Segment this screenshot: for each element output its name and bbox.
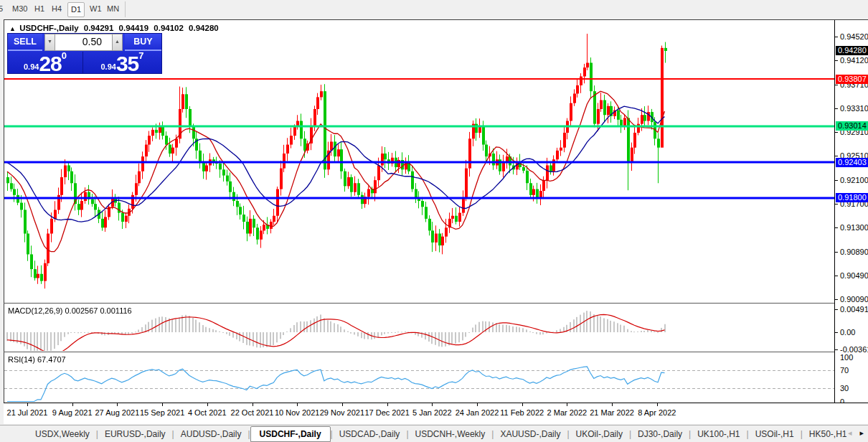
price-axis[interactable]: 0.945200.941200.937100.933100.929100.925… <box>834 20 868 403</box>
date-tick-label: 21 Mar 2022 <box>590 408 634 417</box>
date-tick-label: 27 Aug 2021 <box>95 408 139 417</box>
price-tick-label: 0.90090 <box>840 295 868 304</box>
macd-rsi-splitter[interactable] <box>4 352 868 352</box>
buy-price-prefix: 0.94 <box>100 62 115 71</box>
date-tick-mark <box>477 403 478 406</box>
date-tick-mark <box>612 403 613 406</box>
sell-price-sup: 0 <box>62 50 67 61</box>
chart-tab-eurusd-daily[interactable]: EURUSD-,Daily <box>98 427 172 441</box>
date-tick-mark <box>522 403 523 406</box>
axis-tick-mark <box>835 108 838 109</box>
chart-tab-usdcnh-weekly[interactable]: USDCNH-,Weekly <box>409 427 492 441</box>
date-tick-mark <box>117 403 118 406</box>
buy-price-sup: 7 <box>138 50 143 61</box>
buy-button[interactable]: BUY <box>125 34 161 51</box>
chart-tab-bar: USDX,Weekly|EURUSD-,Daily|AUDUSD-,Daily|… <box>0 425 868 442</box>
axis-tick-mark <box>835 252 838 253</box>
buy-price-display[interactable]: 0.94 35 7 <box>85 52 160 74</box>
timeframe-button-D1[interactable]: D1 <box>67 2 85 17</box>
axis-tick-mark <box>835 85 838 85</box>
chart-tab-uk100-h1[interactable]: UK100-,H1 <box>691 427 746 441</box>
date-tick-label: 17 Dec 2021 <box>364 408 409 417</box>
price-level-badge: 0.93807 <box>836 75 868 84</box>
toolbar-separator <box>125 1 126 17</box>
rsi-axis-label: 70 <box>840 366 849 375</box>
axis-tick-mark <box>835 156 838 156</box>
timeframe-button-H1[interactable]: H1 <box>32 2 47 16</box>
price-tick-label: 0.91300 <box>840 223 868 232</box>
chart-tab-hk50-h1[interactable]: HK50-,H1 <box>803 427 854 441</box>
quote-open: 0.94291 <box>84 24 114 32</box>
chart-tab-usoil-h1[interactable]: USOil-,H1 <box>749 427 801 441</box>
date-tick-label: 29 Nov 2021 <box>320 408 364 417</box>
timeframe-button-5[interactable]: 5 <box>0 2 6 16</box>
macd-label: MACD(12,26,9) 0.002567 0.001116 <box>8 306 132 315</box>
price-tick-label: 0.90490 <box>840 271 868 280</box>
macd-name: MACD(12,26,9) <box>8 306 62 315</box>
timeframe-button-H4[interactable]: H4 <box>49 2 65 16</box>
timeframe-button-M30[interactable]: M30 <box>9 2 30 16</box>
axis-tick-mark <box>835 349 838 350</box>
date-tick-label: 2 Mar 2022 <box>547 408 588 417</box>
macd-axis-label: -0.003614 <box>840 345 868 354</box>
volume-increase-button[interactable]: ▲ <box>112 34 123 51</box>
date-tick-label: 21 Jul 2021 <box>7 408 48 417</box>
sell-button[interactable]: SELL <box>8 34 42 51</box>
volume-decrease-button[interactable]: ▼ <box>44 34 55 51</box>
axis-tick-mark <box>835 276 838 276</box>
tab-scroll-right-icon[interactable]: ▸ <box>859 428 864 437</box>
price-tick-label: 0.93310 <box>840 104 868 113</box>
chart-tab-ukoil-daily[interactable]: UKOil-,Daily <box>570 427 629 441</box>
timeframe-toolbar: 5M30H1H4D1W1MN <box>0 0 868 19</box>
date-tick-label: 5 Jan 2022 <box>412 408 451 417</box>
sell-price-prefix: 0.94 <box>24 62 39 71</box>
buy-price-big: 35 <box>116 55 138 73</box>
date-tick-mark <box>342 403 343 406</box>
quote-high: 0.94419 <box>119 24 149 32</box>
date-tick-mark <box>657 403 658 406</box>
one-click-trade-panel: SELL ▼ 0.50 ▲ BUY 0.94 28 0 0.94 35 7 <box>7 33 162 74</box>
macd-axis-label: 0.004913 <box>840 305 868 314</box>
quote-close: 0.94280 <box>189 24 219 32</box>
sell-price-big: 28 <box>39 55 61 73</box>
chart-tab-audusd-daily[interactable]: AUDUSD-,Daily <box>174 427 248 441</box>
price-tick-label: 0.90890 <box>840 248 868 256</box>
main-macd-splitter[interactable] <box>4 303 868 304</box>
date-tick-mark <box>297 403 298 406</box>
axis-tick-mark <box>835 309 838 310</box>
quote-header: ▲ USDCHF-,Daily 0.94291 0.94419 0.94102 … <box>9 24 222 32</box>
date-tick-label: 11 Feb 2022 <box>500 408 544 417</box>
date-tick-mark <box>162 403 163 406</box>
chart-tab-usdcad-daily[interactable]: USDCAD-,Daily <box>333 427 407 441</box>
date-axis[interactable]: 21 Jul 20219 Aug 202127 Aug 202115 Sep 2… <box>4 403 868 424</box>
sell-price-display[interactable]: 0.94 28 0 <box>8 52 83 74</box>
chart-tab-usdchf-daily[interactable]: USDCHF-,Daily <box>250 426 331 442</box>
date-tick-mark <box>27 403 28 406</box>
chart-tab-dj30-daily[interactable]: DJ30-,Daily <box>631 427 689 441</box>
rsi-canvas[interactable] <box>4 354 834 402</box>
volume-input[interactable]: 0.50 <box>55 34 112 51</box>
chart-tab-usdx-weekly[interactable]: USDX,Weekly <box>29 427 96 441</box>
tab-scroll-left-icon[interactable]: ◂ <box>848 428 852 437</box>
axis-tick-mark <box>835 132 838 133</box>
price-tick-label: 0.94520 <box>840 32 868 41</box>
rsi-name: RSI(14) 67.4707 <box>8 355 66 364</box>
date-tick-label: 9 Aug 2021 <box>52 408 93 417</box>
axis-tick-mark <box>835 180 838 181</box>
date-tick-mark <box>567 403 567 406</box>
price-level-badge: 0.93014 <box>836 121 868 131</box>
price-level-badge: 0.92403 <box>836 158 868 167</box>
date-tick-label: 4 Oct 2021 <box>188 408 227 417</box>
date-tick-mark <box>387 403 388 406</box>
symbol-arrow-icon: ▲ <box>9 25 16 32</box>
price-tick-label: 0.94120 <box>840 56 868 65</box>
quote-symbol: USDCHF-,Daily <box>19 24 78 32</box>
date-tick-mark <box>207 403 208 406</box>
rsi-axis-label: 30 <box>840 384 849 392</box>
price-tick-label: 0.92100 <box>840 176 868 184</box>
chart-tab-xauusd-daily[interactable]: XAUUSD-,Daily <box>494 427 567 441</box>
price-level-badge: 0.94280 <box>836 46 868 55</box>
date-tick-label: 8 Apr 2022 <box>638 408 676 417</box>
timeframe-button-MN[interactable]: MN <box>104 2 122 16</box>
timeframe-button-W1[interactable]: W1 <box>87 2 105 16</box>
